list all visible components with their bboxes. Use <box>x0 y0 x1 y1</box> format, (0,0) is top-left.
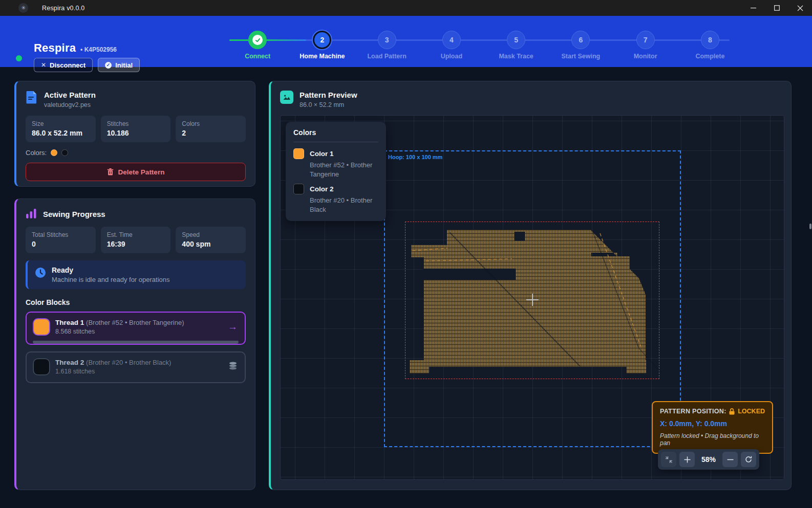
thread-1-swatch <box>34 319 49 335</box>
preview-dimensions: 86.0 × 52.2 mm <box>300 101 357 108</box>
delete-pattern-button[interactable]: Delete Pattern <box>26 163 246 181</box>
image-icon <box>280 91 293 104</box>
check-circle-icon: ✓ <box>105 62 112 69</box>
status-title: Ready <box>52 266 170 274</box>
thread-1-progress-bar <box>33 341 239 344</box>
zoom-out-button[interactable] <box>722 452 738 467</box>
stat-size: Size 86.0 x 52.2 mm <box>26 116 96 142</box>
legend-color-2: Color 2 Brother #20 • Brother Black <box>293 184 378 214</box>
plus-icon <box>684 456 691 463</box>
step-upload: 4 Upload <box>419 16 484 67</box>
legend-swatch-1 <box>293 148 304 159</box>
sewing-progress-card: Sewing Progress Total Stitches 0 Est. Ti… <box>14 198 255 490</box>
app-header: Respira • K4P502956 ✕ Disconnect ✓ Initi… <box>0 16 812 67</box>
color-dot-1 <box>51 149 57 156</box>
step-mask-trace: 5 Mask Trace <box>484 16 548 67</box>
brand-name: Respira <box>34 41 76 55</box>
arrow-right-icon: → <box>228 321 238 333</box>
close-button[interactable] <box>788 0 812 16</box>
preview-canvas[interactable]: Hoop: 100 x 100 mm <box>280 115 784 480</box>
machine-status-banner: Ready Machine is idle and ready for oper… <box>26 260 246 289</box>
legend-color-1: Color 1 Brother #52 • Brother Tangerine <box>293 148 378 179</box>
thread-block-1[interactable]: Thread 1 (Brother #52 • Brother Tangerin… <box>26 312 246 345</box>
zoom-level: 58% <box>698 455 719 463</box>
color-dot-2 <box>61 149 68 156</box>
locked-badge: LOCKED <box>738 408 765 415</box>
legend-swatch-2 <box>293 184 304 194</box>
window-scrollbar-thumb[interactable] <box>809 224 811 229</box>
sewing-progress-title: Sewing Progress <box>43 210 105 218</box>
minus-icon <box>727 456 734 463</box>
file-icon <box>26 91 38 104</box>
lock-icon <box>729 408 735 415</box>
active-pattern-card: Active Pattern valetudogv2.pes Size 86.0… <box>14 81 255 187</box>
pattern-position-label: PATTERN POSITION: <box>660 408 726 415</box>
window-title: Respira v0.0.0 <box>42 5 84 12</box>
machine-serial: • K4P502956 <box>80 46 117 53</box>
initial-button[interactable]: ✓ Initial <box>98 58 140 72</box>
fit-to-view-button[interactable] <box>661 452 676 467</box>
app-icon: ✳ <box>18 3 28 13</box>
refresh-icon <box>745 456 752 463</box>
step-load-pattern: 3 Load Pattern <box>355 16 419 67</box>
layers-stack-icon <box>228 361 238 372</box>
colors-legend-panel: Colors Color 1 Brother #52 • Brother Tan… <box>286 122 386 221</box>
stat-stitches: Stitches 10.186 <box>101 116 171 142</box>
x-icon: ✕ <box>41 61 46 69</box>
zoom-in-button[interactable] <box>679 452 695 467</box>
wizard-stepper: Connect 2 Home Machine 3 Load Pattern 4 … <box>225 16 742 67</box>
color-blocks-label: Color Blocks <box>26 298 246 306</box>
step-home-machine[interactable]: 2 Home Machine <box>290 16 354 67</box>
pattern-preview-card: Pattern Preview 86.0 × 52.2 mm Hoop: 100… <box>269 81 792 490</box>
zoom-toolbar: 58% <box>658 449 759 470</box>
status-description: Machine is idle and ready for operations <box>52 276 170 283</box>
fit-compress-icon <box>665 456 673 463</box>
thread-2-swatch <box>34 359 49 374</box>
stat-colors: Colors 2 <box>176 116 246 142</box>
preview-title: Pattern Preview <box>300 91 357 99</box>
maximize-button[interactable] <box>765 0 788 16</box>
thread-block-2[interactable]: Thread 2 (Brother #20 • Brother Black) 1… <box>26 351 246 383</box>
colors-row-label: Colors: <box>26 149 47 157</box>
close-icon <box>797 5 803 11</box>
pattern-lock-hint: Pattern locked • Drag background to pan <box>660 432 765 447</box>
bar-chart-icon <box>26 208 37 219</box>
step-start-sewing: 6 Start Sewing <box>548 16 613 67</box>
trash-icon <box>107 168 114 175</box>
minimize-button[interactable] <box>741 0 765 16</box>
step-complete: 8 Complete <box>678 16 742 67</box>
disconnect-button[interactable]: ✕ Disconnect <box>34 58 93 72</box>
step-done-check-icon <box>252 35 263 45</box>
stat-speed: Speed 400 spm <box>176 227 246 253</box>
reset-view-button[interactable] <box>741 452 756 467</box>
titlebar: ✳ Respira v0.0.0 <box>0 0 812 16</box>
connection-status-dot <box>16 55 22 61</box>
active-pattern-title: Active Pattern <box>44 91 96 99</box>
pattern-coordinates: X: 0.0mm, Y: 0.0mm <box>660 419 765 428</box>
pattern-filename: valetudogv2.pes <box>44 101 96 108</box>
clock-icon <box>35 267 46 278</box>
colors-legend-title: Colors <box>293 128 378 137</box>
step-monitor: 7 Monitor <box>613 16 678 67</box>
stat-total-stitches: Total Stitches 0 <box>26 227 96 253</box>
divider <box>293 142 378 142</box>
step-connect[interactable]: Connect <box>225 16 290 67</box>
minimize-icon <box>751 5 756 11</box>
stat-est-time: Est. Time 16:39 <box>101 227 171 253</box>
pattern-position-box: PATTERN POSITION: LOCKED X: 0.0mm, Y: 0.… <box>652 401 773 454</box>
maximize-icon <box>774 5 780 11</box>
